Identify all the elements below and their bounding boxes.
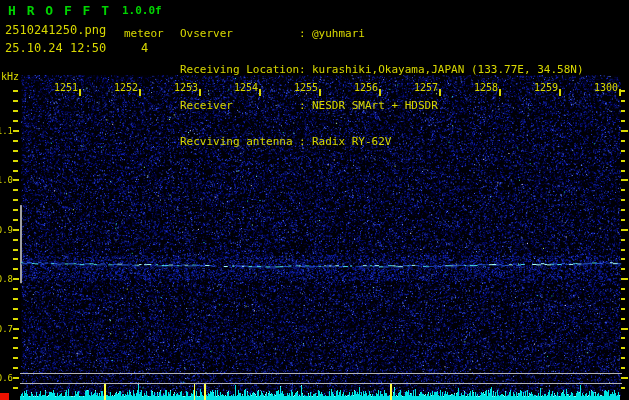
time-axis-label: 1256 [348,82,378,93]
mode-label: meteor [124,27,164,40]
meteor-count: 4 [141,41,148,55]
station-value: NESDR SMArt + HDSDR [312,100,438,112]
frequency-unit-label: kHz [1,71,19,82]
time-axis-label: 1254 [228,82,258,93]
station-label: Ovserver [180,28,299,40]
station-label: Receiving Location [180,64,299,76]
freq-axis-label: 0.6 [0,373,13,383]
station-row: Recviving antenna : Radix RY-62V [180,136,584,148]
time-axis-label: 1300 [588,82,618,93]
station-row: Ovserver : @yuhmari [180,28,584,40]
station-row: Receiving Location : kurashiki,Okayama,J… [180,64,584,76]
version-label: 1.0.0f [122,4,162,17]
datetime-label: 25.10.24 12:50 [5,41,106,55]
time-axis-label: 1259 [528,82,558,93]
freq-axis-label: 0.7 [0,324,13,334]
freq-axis-label: 0.8 [0,274,13,284]
freq-axis-label: 0.9 [0,225,13,235]
station-value: @yuhmari [312,28,365,40]
station-colon: : [299,100,306,112]
hrofft-window: H R O F F T 1.0.0f 2510241250.png meteor… [0,0,629,400]
station-label: Recviving antenna [180,136,299,148]
station-colon: : [299,64,306,76]
app-title: H R O F F T [8,3,111,18]
time-axis-label: 1255 [288,82,318,93]
freq-axis-label: 1.0 [0,175,13,185]
time-axis-label: 1253 [168,82,198,93]
station-value: kurashiki,Okayama,JAPAN (133.77E, 34.58N… [312,64,584,76]
time-axis-label: 1257 [408,82,438,93]
station-label: Receiver [180,100,299,112]
time-axis-label: 1258 [468,82,498,93]
filename-label: 2510241250.png [5,23,106,37]
station-value: Radix RY-62V [312,136,391,148]
station-colon: : [299,28,306,40]
time-axis-label: 1251 [48,82,78,93]
station-colon: : [299,136,306,148]
time-axis-label: 1252 [108,82,138,93]
freq-axis-label: 1.1 [0,126,13,136]
station-row: Receiver : NESDR SMArt + HDSDR [180,100,584,112]
